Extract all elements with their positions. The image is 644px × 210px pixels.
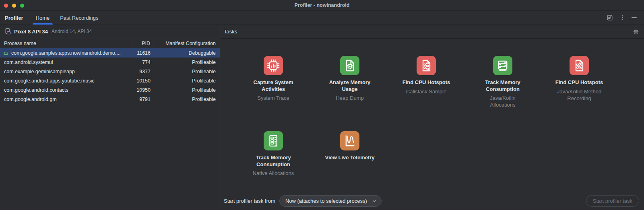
process-row-systemui[interactable]: com.android.systemui 774 Profileable: [0, 58, 220, 67]
task-label: Find CPU Hotspots: [555, 79, 603, 86]
hide-button[interactable]: [632, 17, 637, 18]
tab-past-recordings-label: Past Recordings: [60, 15, 98, 21]
toolbar-right-icons: [607, 11, 644, 25]
process-name: com.google.android.apps.youtube.music: [4, 78, 94, 84]
column-header-pid[interactable]: PID: [131, 38, 154, 48]
process-name: com.android.systemui: [4, 60, 53, 65]
pid-cell: 774: [131, 60, 154, 65]
active-tab-underline: [33, 23, 53, 25]
process-name: com.google.android.gm: [4, 97, 57, 102]
process-row-geminisampleapp[interactable]: com.example.geminisampleapp 9377 Profile…: [0, 67, 220, 76]
zoom-button[interactable]: [20, 4, 24, 8]
chip-graph-icon: [493, 56, 512, 75]
dock-icon: [607, 14, 613, 21]
device-details: Android 14, API 34: [52, 29, 92, 34]
task-view-live-telemetry[interactable]: View Live Telemetry: [312, 131, 388, 192]
task-subtitle: Heap Dump: [336, 95, 363, 102]
chevron-down-icon: [372, 199, 377, 204]
task-grid: Capture System Activities System Trace A…: [220, 39, 644, 192]
task-label: Analyze Memory Usage: [324, 79, 375, 93]
task-find-cpu-hotspots-method[interactable]: Find CPU Hotspots Java/Kotlin Method Rec…: [541, 56, 617, 131]
process-panel: Pixel 8 API 34 Android 14, API 34 Proces…: [0, 25, 220, 210]
document-callgraph-icon: [417, 56, 436, 75]
start-from-label: Start profiler task from: [224, 198, 275, 204]
window-title: Profiler - nowinandroid: [295, 2, 350, 8]
process-row-nowinandroid[interactable]: com.google.samples.apps.nowinandroid.dem…: [0, 48, 220, 58]
task-subtitle: Java/Kotlin Allocations: [479, 95, 527, 109]
tasks-panel: Tasks Capture System Activities: [220, 25, 644, 210]
dock-button[interactable]: [607, 14, 613, 21]
telemetry-wave-icon: [340, 131, 359, 150]
task-track-memory-native[interactable]: Track Memory Consumption Native Allocati…: [235, 131, 312, 192]
tab-home-label: Home: [36, 15, 50, 21]
pid-cell: 9377: [131, 69, 154, 74]
toolbar-spacer: [104, 11, 607, 25]
gear-icon: [633, 29, 639, 35]
process-name: com.google.android.contacts: [4, 87, 68, 93]
pid-cell: 10150: [131, 78, 154, 84]
manifest-cell: Profileable: [154, 78, 220, 84]
manifest-cell: Profileable: [154, 69, 220, 74]
process-table-header: Process name PID Manifest Configuration: [0, 38, 220, 48]
task-capture-system-activities[interactable]: Capture System Activities System Trace: [235, 56, 312, 131]
device-phone-icon: [4, 28, 11, 35]
more-vertical-icon: [619, 14, 625, 21]
task-analyze-memory-usage[interactable]: Analyze Memory Usage Heap Dump: [312, 56, 388, 131]
process-row-gm[interactable]: com.google.android.gm 9791 Profileable: [0, 95, 220, 104]
task-find-cpu-hotspots-callstack[interactable]: Find CPU Hotspots Callstack Sample: [388, 56, 464, 131]
task-label: Find CPU Hotspots: [402, 79, 450, 86]
document-chip-icon: [340, 56, 359, 75]
task-label: Capture System Activities: [248, 79, 299, 93]
task-label: Track Memory Consumption: [477, 79, 528, 93]
tab-past-recordings[interactable]: Past Recordings: [55, 11, 103, 25]
tab-home[interactable]: Home: [31, 11, 55, 25]
toolbar: Profiler Home Past Recordings: [0, 11, 644, 25]
pid-cell: 9791: [131, 97, 154, 102]
process-name: com.google.samples.apps.nowinandroid.dem…: [11, 50, 121, 56]
tasks-header: Tasks: [220, 25, 644, 39]
process-row-youtube-music[interactable]: com.google.android.apps.youtube.music 10…: [0, 76, 220, 85]
start-from-dropdown-value: Now (attaches to selected process): [285, 198, 367, 204]
process-name-cell: com.google.android.apps.youtube.music: [0, 78, 131, 84]
process-name-cell: com.android.systemui: [0, 60, 131, 65]
column-header-process-name[interactable]: Process name: [0, 38, 131, 48]
manifest-cell: Profileable: [154, 97, 220, 102]
device-name: Pixel 8 API 34: [14, 29, 48, 35]
tasks-footer: Start profiler task from Now (attaches t…: [220, 192, 644, 210]
hide-icon: [632, 17, 637, 18]
column-header-manifest-configuration[interactable]: Manifest Configuration: [154, 38, 220, 48]
pid-cell: 10950: [131, 87, 154, 93]
process-name-cell: com.example.geminisampleapp: [0, 69, 131, 74]
window-titlebar: Profiler - nowinandroid: [0, 0, 644, 11]
task-subtitle: Native Allocations: [253, 170, 294, 177]
task-label: Track Memory Consumption: [248, 154, 299, 168]
task-label: View Live Telemetry: [325, 154, 374, 161]
manifest-cell: Debuggable: [154, 50, 220, 56]
process-name: com.example.geminisampleapp: [4, 69, 75, 74]
document-callgraph-icon: [570, 56, 589, 75]
task-subtitle: System Trace: [257, 95, 289, 102]
profiler-tool-label: Profiler: [5, 15, 23, 21]
ram-module-icon: [264, 131, 283, 150]
tasks-settings-button[interactable]: [633, 29, 639, 35]
process-name-cell: com.google.android.contacts: [0, 87, 131, 93]
manifest-cell: Profileable: [154, 87, 220, 93]
tasks-title: Tasks: [224, 29, 237, 35]
device-row: Pixel 8 API 34 Android 14, API 34: [0, 25, 220, 38]
pid-cell: 11616: [131, 50, 154, 56]
traffic-lights: [4, 4, 24, 8]
process-name-cell: com.google.android.gm: [0, 97, 131, 102]
task-track-memory-java-kotlin[interactable]: Track Memory Consumption Java/Kotlin All…: [464, 56, 541, 131]
task-subtitle: Java/Kotlin Method Recording: [555, 89, 603, 102]
process-row-contacts[interactable]: com.google.android.contacts 10950 Profil…: [0, 85, 220, 95]
start-from-dropdown[interactable]: Now (attaches to selected process): [279, 195, 382, 207]
manifest-cell: Profileable: [154, 60, 220, 65]
minimize-button[interactable]: [12, 4, 16, 8]
close-button[interactable]: [4, 4, 8, 8]
task-subtitle: Callstack Sample: [406, 89, 446, 95]
main-area: Pixel 8 API 34 Android 14, API 34 Proces…: [0, 25, 644, 210]
cpu-chip-chart-icon: [264, 56, 283, 75]
android-robot-icon: [3, 50, 9, 56]
start-profiler-task-button[interactable]: Start profiler task: [586, 195, 639, 207]
more-options-button[interactable]: [619, 14, 625, 21]
